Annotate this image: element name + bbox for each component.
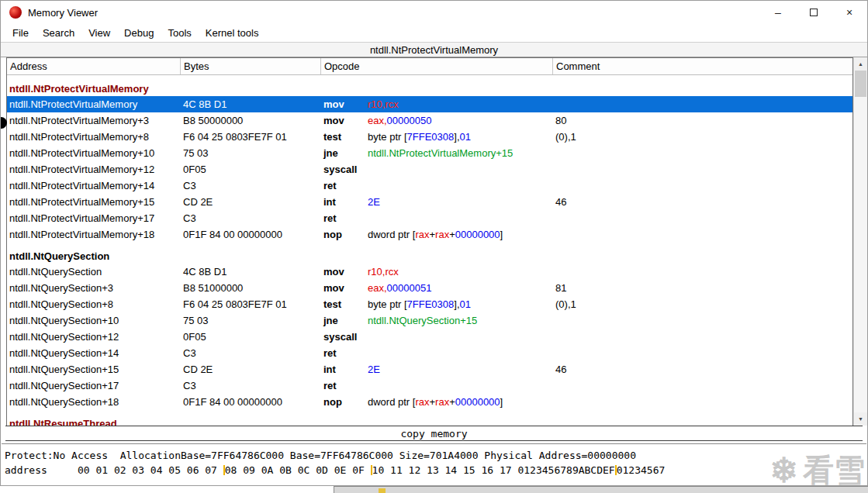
- bytes-cell: C3: [181, 210, 321, 226]
- column-header-bytes[interactable]: Bytes: [181, 58, 321, 74]
- column-header-row: Address Bytes Opcode Comment: [7, 58, 852, 75]
- copy-memory-button[interactable]: copy memory: [5, 426, 863, 441]
- section-header-row[interactable]: ntdll.NtProtectVirtualMemory: [7, 75, 852, 96]
- disasm-row[interactable]: ntdll.NtProtectVirtualMemory+1075 03jnen…: [7, 145, 852, 161]
- disasm-row[interactable]: ntdll.NtQuerySection+14C3ret: [7, 345, 852, 361]
- section-header-row[interactable]: ntdll.NtResumeThread: [7, 410, 852, 426]
- current-symbol-header: ntdll.NtProtectVirtualMemory: [1, 42, 867, 57]
- addr-cell: ntdll.NtProtectVirtualMemory+3: [7, 112, 181, 129]
- vertical-scrollbar[interactable]: ▲ ▼: [853, 57, 867, 426]
- comment-cell: [553, 226, 852, 243]
- operand-segment: +: [449, 229, 455, 240]
- menu-file[interactable]: File: [5, 26, 36, 40]
- mnemonic-text: syscall: [323, 164, 357, 175]
- disasm-row[interactable]: ntdll.NtProtectVirtualMemory+3B8 5000000…: [7, 112, 852, 129]
- scroll-up-icon[interactable]: ▲: [854, 57, 867, 71]
- disasm-row[interactable]: ntdll.NtQuerySection+15CD 2E▶int2E46: [7, 361, 852, 378]
- operands-cell: [365, 210, 553, 226]
- disasm-row[interactable]: ntdll.NtProtectVirtualMemory+120F05sysca…: [7, 161, 852, 178]
- operand-segment: dword ptr [: [368, 229, 415, 240]
- operands-cell: [365, 345, 553, 361]
- disasm-row[interactable]: ntdll.NtQuerySection+17C3ret: [7, 378, 852, 394]
- mnemonic-cell: jne: [321, 312, 365, 329]
- operand-segment: ntdll.NtProtectVirtualMemory+15: [368, 147, 513, 159]
- memory-protect-info-line: Protect:No Access AllocationBase=7FF6478…: [5, 448, 866, 463]
- mnemonic-text: int: [323, 196, 336, 208]
- mnemonic-cell: test: [321, 296, 365, 312]
- disasm-row[interactable]: ntdll.NtProtectVirtualMemory+14C3ret: [7, 178, 852, 194]
- disasm-row[interactable]: ntdll.NtQuerySection4C 8B D1movr10,rcx: [7, 264, 852, 280]
- operands-cell: ntdll.NtQuerySection+15: [365, 312, 553, 329]
- disasm-row[interactable]: ntdll.NtProtectVirtualMemory4C 8B D1movr…: [7, 96, 852, 112]
- background-window-edge: [334, 486, 868, 493]
- menu-debug[interactable]: Debug: [117, 26, 161, 40]
- menu-tools[interactable]: Tools: [161, 26, 198, 40]
- operand-segment: 01: [460, 298, 471, 310]
- bytes-cell: 4C 8B D1: [181, 264, 321, 280]
- operand-segment: ntdll.NtQuerySection+15: [368, 315, 477, 326]
- disasm-row[interactable]: ntdll.NtProtectVirtualMemory+8F6 04 25 0…: [7, 129, 852, 145]
- addr-cell: ntdll.NtQuerySection+18: [7, 394, 181, 410]
- mnemonic-cell: mov: [321, 112, 365, 129]
- maximize-icon: [810, 9, 818, 16]
- hex-view[interactable]: Protect:No Access AllocationBase=7FF6478…: [2, 443, 866, 486]
- operand-segment: 00000050: [387, 115, 432, 126]
- disasm-row[interactable]: ntdll.NtProtectVirtualMemory+15CD 2E▶int…: [7, 194, 852, 210]
- operand-segment: ]: [500, 229, 503, 240]
- addr-cell: ntdll.NtQuerySection+17: [7, 378, 181, 394]
- operand-segment: +: [429, 396, 435, 408]
- disasm-row[interactable]: ntdll.NtQuerySection+1075 03jnentdll.NtQ…: [7, 312, 852, 329]
- scroll-down-icon[interactable]: ▼: [854, 412, 867, 426]
- addr-cell: ntdll.NtProtectVirtualMemory+8: [7, 129, 181, 145]
- operands-cell: byte ptr [7FFE0308],01: [365, 296, 553, 312]
- operand-segment: byte ptr [: [368, 298, 407, 310]
- disasm-row[interactable]: ntdll.NtQuerySection+3B8 51000000moveax,…: [7, 280, 852, 296]
- mnemonic-text: syscall: [323, 331, 357, 343]
- mnemonic-cell: mov: [321, 280, 365, 296]
- bytes-cell: CD 2E: [181, 194, 321, 210]
- addr-cell: ntdll.NtProtectVirtualMemory: [7, 96, 181, 112]
- bytes-cell: 75 03: [181, 145, 321, 161]
- disasm-row[interactable]: ntdll.NtProtectVirtualMemory+180F1F 84 0…: [7, 226, 852, 243]
- operand-segment: dword ptr [: [368, 396, 415, 408]
- comment-cell: [553, 178, 852, 194]
- mnemonic-cell: ret: [321, 378, 365, 394]
- menu-kernel-tools[interactable]: Kernel tools: [199, 26, 266, 40]
- operands-cell: ntdll.NtProtectVirtualMemory+15: [365, 145, 553, 161]
- column-header-comment[interactable]: Comment: [553, 58, 852, 74]
- operand-segment: 00000000: [455, 396, 500, 408]
- operands-cell: [365, 161, 553, 178]
- maximize-button[interactable]: [796, 1, 832, 24]
- scrollbar-thumb[interactable]: [855, 71, 866, 97]
- addr-cell: ntdll.NtQuerySection+10: [7, 312, 181, 329]
- bytes-cell: B8 51000000: [181, 280, 321, 296]
- disasm-row[interactable]: ntdll.NtQuerySection+180F1F 84 00 000000…: [7, 394, 852, 410]
- operand-segment: +: [429, 229, 435, 240]
- column-header-address[interactable]: Address: [7, 58, 181, 74]
- memory-viewer-window: Memory Viewer – × FileSearchViewDebugToo…: [0, 0, 868, 486]
- comment-cell: [553, 312, 852, 329]
- addr-cell: ntdll.NtProtectVirtualMemory+14: [7, 178, 181, 194]
- comment-cell: (0),1: [553, 129, 852, 145]
- section-header-row[interactable]: ntdll.NtQuerySection: [7, 243, 852, 264]
- column-header-opcode[interactable]: Opcode: [321, 58, 553, 74]
- disasm-row[interactable]: ntdll.NtProtectVirtualMemory+17C3ret: [7, 210, 852, 226]
- hex-address-header: address 00 01 02 03 04 05 06 07 08 09 0A…: [5, 463, 866, 477]
- mnemonic-text: ret: [323, 180, 337, 191]
- mnemonic-cell: ret: [321, 178, 365, 194]
- disasm-row[interactable]: ntdll.NtQuerySection+120F05syscall: [7, 329, 852, 345]
- mnemonic-text: mov: [323, 115, 344, 126]
- minimize-button[interactable]: –: [760, 1, 796, 24]
- mnemonic-text: jne: [323, 315, 338, 326]
- operand-segment: +: [449, 396, 455, 408]
- mnemonic-text: nop: [323, 396, 342, 408]
- menu-view[interactable]: View: [81, 26, 117, 40]
- operands-cell: [365, 178, 553, 194]
- operand-segment: ]: [500, 396, 503, 408]
- disasm-row[interactable]: ntdll.NtQuerySection+8F6 04 25 0803FE7F …: [7, 296, 852, 312]
- comment-cell: [553, 264, 852, 280]
- close-button[interactable]: ×: [832, 1, 867, 24]
- menu-search[interactable]: Search: [36, 26, 81, 40]
- mnemonic-cell: nop: [321, 226, 365, 243]
- operand-segment: r10,rcx: [368, 98, 399, 110]
